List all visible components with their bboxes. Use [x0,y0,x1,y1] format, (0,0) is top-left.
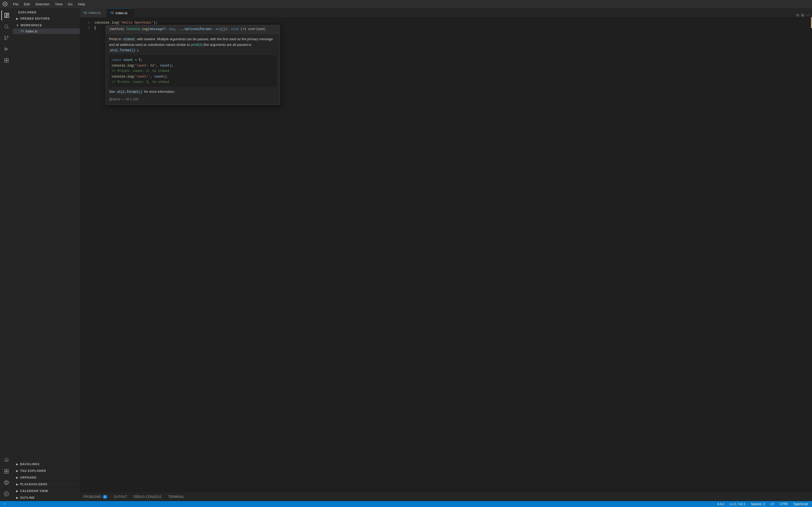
main-layout: EXPLORER ▶ OPENED EDITORS ▼ WORKSPACE TS… [0,8,812,501]
explorer-icon[interactable] [1,10,11,20]
inline-stdout: stdout [122,37,136,42]
hover-popup: (method) Console.log(message?: any, ...o… [106,25,280,105]
string-hello: 'Hello OpenSumi' [120,20,154,25]
layers-icon[interactable] [1,455,11,465]
explorer-title: EXPLORER [13,8,80,15]
debug-icon[interactable] [1,44,11,54]
calendar-view-header[interactable]: ▶ CALENDAR VIEW [13,488,80,494]
svg-rect-12 [5,58,6,60]
chevron-right-icon-te: ▶ [16,469,18,472]
inline-util-format: util.format() [109,48,137,53]
menu-view[interactable]: View [53,1,65,7]
panel-tab-output[interactable]: OUTPUT [111,493,130,501]
keyword-console: console [95,20,110,25]
orphans-group: ▶ ORPHANS [13,474,80,481]
panel-tab-debug-console[interactable]: DEBUG CONSOLE [130,493,165,501]
editor-content[interactable]: 1 2 console.log('Hello OpenSumi'); (meth… [80,17,812,493]
graph-icon[interactable] [1,477,11,488]
svg-point-7 [5,36,6,37]
status-encoding[interactable]: LF [769,502,775,506]
problems-label: PROBLEMS [83,495,101,499]
line-numbers: 1 2 [80,17,92,493]
link-printf[interactable]: printf(3) [191,43,202,47]
status-git[interactable]: ⑂ [3,502,7,506]
keyword-log: log [111,20,118,25]
opened-editors-header[interactable]: ▶ OPENED EDITORS [13,15,80,22]
tab-bar: TS index.ts TS index.ts ⟲ ⧉ ⋯ [80,8,812,17]
tab-actions: ⟲ ⧉ ⋯ [134,13,812,17]
file-index-ts[interactable]: TS index.ts [13,29,80,34]
hover-code-example: const count = 5; console.log('count: %d'… [109,55,276,87]
svg-rect-18 [5,471,6,473]
app-logo [2,1,8,7]
placeholders-header[interactable]: ▶ PLACEHOLDERS [13,481,80,488]
sidebar-bottom: ▶ BACKLINKS ▶ TAG EXPLORER ▶ ORPHANS ▶ [13,461,80,501]
svg-point-24 [6,493,7,495]
inline-util-format-2: util.format() [116,90,143,94]
calendar-view-group: ▶ CALENDAR VIEW [13,488,80,494]
split-editor-icon[interactable]: ⧉ [801,13,804,17]
status-right: 4.4.2 Ln 2, Col 1 Spaces: 2 LF UTF8 Type… [716,502,809,506]
status-bar: ⑂ 4.4.2 Ln 2, Col 1 Spaces: 2 LF UTF8 Ty… [0,501,812,507]
status-spaces[interactable]: Spaces: 2 [750,502,766,506]
status-language[interactable]: TypeScript [792,502,809,506]
menu-file[interactable]: File [11,1,21,7]
history-icon[interactable]: ⟲ [796,13,799,17]
backlinks-header[interactable]: ▶ BACKLINKS [13,461,80,467]
svg-rect-1 [5,13,6,15]
tab-index-ts-1[interactable]: TS index.ts [80,8,107,17]
outline-header[interactable]: ▶ OUTLINE [13,494,80,501]
tab-ts-icon-1: TS [83,11,87,14]
stack-icon[interactable] [1,466,11,476]
menu-help[interactable]: Help [76,1,87,7]
workspace-header[interactable]: ▼ WORKSPACE [13,22,80,29]
menu-selection[interactable]: Selection [33,1,52,7]
chevron-down-icon: ▼ [16,24,19,27]
status-charset[interactable]: UTF8 [778,502,789,506]
code-area[interactable]: console.log('Hello OpenSumi'); (method) … [92,17,812,493]
ts-file-icon: TS [20,30,24,33]
tab-label-2: index.ts [115,11,128,15]
svg-point-11 [5,49,5,49]
more-actions-icon[interactable]: ⋯ [806,13,810,17]
opened-editors-group: ▶ OPENED EDITORS [13,15,80,22]
status-position[interactable]: Ln 2, Col 1 [729,502,747,506]
svg-marker-10 [5,47,8,51]
workspace-group: ▼ WORKSPACE TS index.ts [13,22,80,34]
tab-index-ts-2[interactable]: TS index.ts [107,8,134,17]
debug-console-label: DEBUG CONSOLE [134,495,162,499]
svg-rect-16 [5,469,6,471]
source-control-icon[interactable] [1,33,11,43]
since-text: @since — v0.1.100 [109,97,276,102]
panel-area: PROBLEMS 1 OUTPUT DEBUG CONSOLE TERMINAL [80,493,812,501]
orphans-header[interactable]: ▶ ORPHANS [13,474,80,481]
extensions-icon[interactable] [1,55,11,65]
tag-explorer-group: ▶ TAG EXPLORER [13,467,80,474]
placeholders-group: ▶ PLACEHOLDERS [13,481,80,488]
chevron-right-icon-cv: ▶ [16,490,18,493]
svg-rect-2 [7,13,9,15]
svg-rect-19 [7,471,9,473]
svg-rect-3 [7,15,9,17]
tag-explorer-header[interactable]: ▶ TAG EXPLORER [13,467,80,474]
svg-rect-17 [7,469,9,471]
svg-rect-15 [7,61,9,62]
hover-body: Prints to stdout with newline. Multiple … [106,34,280,105]
panel-tab-problems[interactable]: PROBLEMS 1 [80,493,111,501]
problems-badge: 1 [103,495,107,499]
scrollbar-indicator[interactable] [811,17,812,28]
svg-rect-13 [7,58,9,60]
sidebar: EXPLORER ▶ OPENED EDITORS ▼ WORKSPACE TS… [13,8,80,501]
outline-group: ▶ OUTLINE [13,494,80,501]
menu-go[interactable]: Go [66,1,74,7]
search-icon[interactable] [1,21,11,32]
svg-rect-14 [5,61,6,62]
text-cursor [95,26,95,30]
menu-edit[interactable]: Edit [22,1,32,7]
status-version[interactable]: 4.4.2 [716,502,725,506]
tab-label-1: index.ts [89,11,101,15]
chevron-right-icon-ol: ▶ [16,496,18,499]
panel-tab-terminal[interactable]: TERMINAL [165,493,188,501]
settings-icon[interactable] [1,489,11,499]
chevron-right-icon-bl: ▶ [16,463,18,466]
